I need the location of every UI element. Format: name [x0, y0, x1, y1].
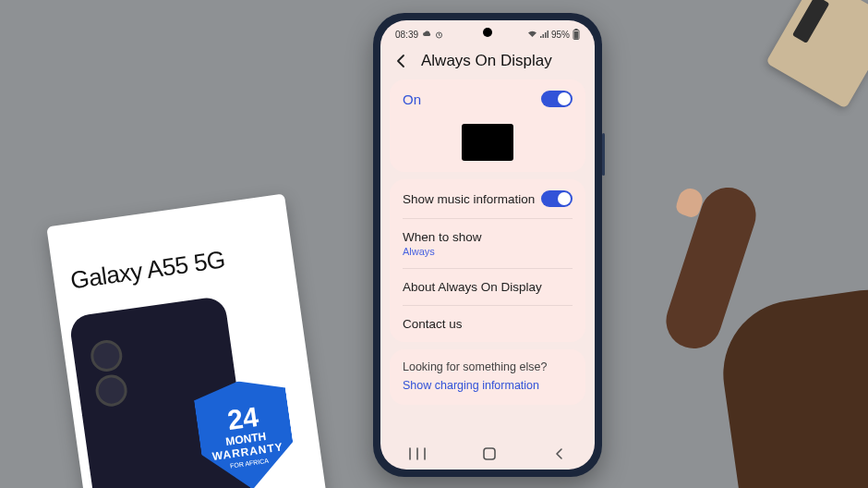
- related-settings-card: Looking for something else? Show chargin…: [390, 349, 585, 405]
- warranty-badge: 24 MONTH WARRANTY FOR AFRICA: [192, 375, 298, 488]
- svg-rect-3: [574, 31, 578, 39]
- signal-icon: [540, 30, 549, 38]
- page-title: Always On Display: [421, 52, 552, 70]
- chevron-left-icon: [394, 54, 409, 68]
- battery-percent: 95%: [551, 30, 570, 40]
- aod-master-switch[interactable]: [541, 91, 573, 107]
- wifi-icon: [527, 30, 537, 38]
- recents-icon: [409, 447, 426, 460]
- music-info-label: Show music information: [403, 192, 535, 206]
- aod-main-card: On: [390, 79, 585, 172]
- phone-side-button: [602, 133, 605, 176]
- phone-screen: 08:39 95%: [380, 20, 595, 470]
- product-box: Galaxy A55 5G 24 MONTH WARRANTY FOR AFRI…: [46, 194, 326, 488]
- music-info-row[interactable]: Show music information: [390, 179, 585, 218]
- when-to-show-label: When to show: [403, 230, 482, 244]
- alarm-icon: [435, 30, 443, 39]
- related-question: Looking for something else?: [390, 349, 585, 377]
- cloud-icon: [422, 30, 431, 38]
- aod-preview[interactable]: [390, 118, 585, 172]
- back-button[interactable]: [393, 53, 410, 69]
- home-icon: [482, 446, 497, 461]
- back-icon: [553, 447, 566, 460]
- contact-us-label: Contact us: [403, 317, 463, 331]
- status-time: 08:39: [395, 30, 418, 40]
- nav-recents-button[interactable]: [409, 447, 426, 460]
- aod-master-label: On: [403, 92, 421, 107]
- battery-icon: [573, 29, 580, 40]
- aod-master-toggle-row[interactable]: On: [390, 79, 585, 118]
- phone-frame: 08:39 95%: [373, 13, 602, 477]
- wooden-block: [766, 0, 868, 109]
- warranty-number: 24: [226, 402, 260, 433]
- show-charging-info-link[interactable]: Show charging information: [390, 377, 585, 405]
- front-camera-hole: [483, 28, 492, 37]
- hand: [600, 129, 868, 481]
- nav-home-button[interactable]: [482, 446, 497, 461]
- when-to-show-value: Always: [403, 246, 482, 257]
- nav-back-button[interactable]: [553, 447, 566, 460]
- page-header: Always On Display: [380, 44, 595, 79]
- music-info-switch[interactable]: [541, 190, 573, 207]
- contact-us-row[interactable]: Contact us: [390, 306, 585, 342]
- aod-settings-card: Show music information When to show Alwa…: [390, 179, 585, 342]
- svg-rect-4: [484, 448, 495, 459]
- when-to-show-row[interactable]: When to show Always: [390, 219, 585, 268]
- aod-preview-thumb: [462, 124, 513, 161]
- svg-rect-2: [575, 29, 578, 30]
- product-brand: Galaxy A55 5G: [69, 245, 227, 295]
- about-aod-label: About Always On Display: [403, 280, 542, 294]
- scene: Galaxy A55 5G 24 MONTH WARRANTY FOR AFRI…: [0, 0, 868, 488]
- about-aod-row[interactable]: About Always On Display: [390, 269, 585, 305]
- system-nav-bar: [380, 438, 595, 470]
